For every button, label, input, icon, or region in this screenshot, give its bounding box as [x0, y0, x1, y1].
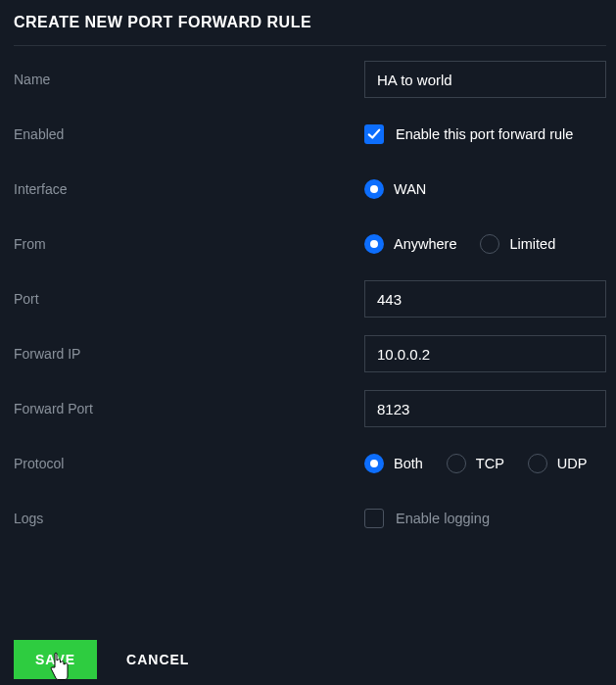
enabled-checkbox[interactable]	[364, 124, 384, 144]
logs-label: Logs	[14, 511, 364, 526]
logs-checkbox-label: Enable logging	[396, 511, 490, 526]
logs-checkbox[interactable]	[364, 509, 384, 528]
from-label: From	[14, 236, 364, 252]
from-radio-anywhere[interactable]: Anywhere	[364, 234, 456, 254]
radio-selected-icon	[364, 179, 384, 199]
interface-label: Interface	[14, 181, 364, 197]
enabled-label: Enabled	[14, 126, 364, 142]
interface-wan-label: WAN	[394, 181, 426, 197]
check-icon	[367, 127, 381, 141]
name-label: Name	[14, 72, 364, 87]
forward-port-label: Forward Port	[14, 401, 364, 416]
port-label: Port	[14, 291, 364, 307]
from-limited-label: Limited	[509, 236, 555, 252]
protocol-udp-label: UDP	[557, 456, 588, 471]
enabled-checkbox-label: Enable this port forward rule	[396, 126, 573, 142]
forward-ip-label: Forward IP	[14, 346, 364, 362]
name-input[interactable]	[364, 61, 606, 98]
protocol-radio-udp[interactable]: UDP	[528, 454, 588, 473]
radio-selected-icon	[364, 454, 384, 473]
radio-unselected-icon	[480, 234, 499, 254]
save-button[interactable]: SAVE	[14, 640, 97, 679]
radio-unselected-icon	[528, 454, 547, 473]
radio-selected-icon	[364, 234, 384, 254]
form-footer: SAVE CANCEL	[14, 640, 189, 685]
port-forward-form: Name Enabled Enable this port forward ru…	[14, 46, 606, 546]
interface-radio-wan[interactable]: WAN	[364, 179, 426, 199]
forward-port-input[interactable]	[364, 390, 606, 427]
protocol-label: Protocol	[14, 456, 364, 471]
radio-unselected-icon	[447, 454, 466, 473]
protocol-radio-tcp[interactable]: TCP	[447, 454, 504, 473]
protocol-both-label: Both	[394, 456, 423, 471]
from-radio-limited[interactable]: Limited	[480, 234, 555, 254]
port-input[interactable]	[364, 280, 606, 318]
page-title: CREATE NEW PORT FORWARD RULE	[14, 14, 606, 46]
forward-ip-input[interactable]	[364, 335, 606, 372]
protocol-radio-both[interactable]: Both	[364, 454, 423, 473]
protocol-tcp-label: TCP	[476, 456, 504, 471]
cancel-button[interactable]: CANCEL	[126, 652, 189, 667]
from-anywhere-label: Anywhere	[394, 236, 456, 252]
